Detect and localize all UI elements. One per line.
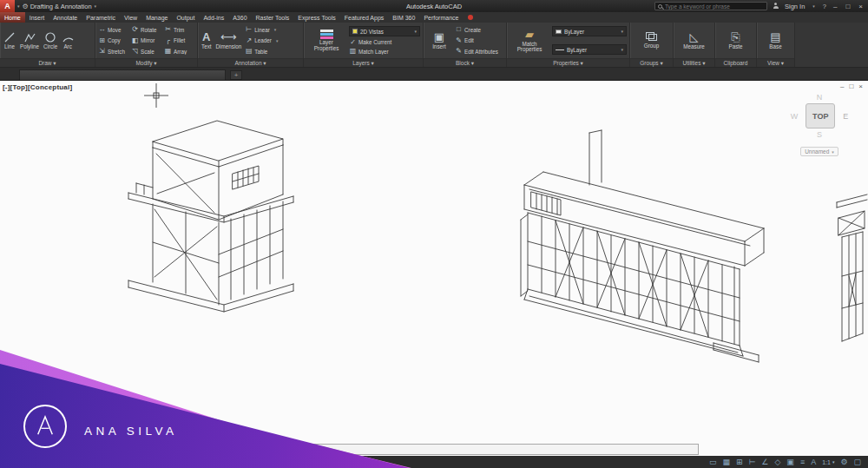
autocad-app-icon[interactable]: A — [0, 0, 15, 12]
osnap-icon[interactable]: ▣ — [786, 458, 794, 466]
viewport-close-button[interactable]: × — [858, 82, 863, 90]
help-icon[interactable]: ? — [823, 3, 826, 10]
linear-button[interactable]: ⊢Linear▾ — [245, 26, 300, 33]
stretch-button[interactable]: ⇲Stretch — [98, 48, 128, 55]
ortho-icon[interactable]: ⊢ — [749, 458, 756, 466]
annotation-visibility-icon[interactable]: A — [811, 458, 816, 466]
panel-draw-label[interactable]: Draw ▾ — [0, 58, 95, 67]
panel-view-label[interactable]: View ▾ — [757, 58, 794, 67]
model-space-icon[interactable]: ▭ — [709, 458, 717, 466]
tab-bim360[interactable]: BIM 360 — [388, 12, 419, 23]
fillet-button[interactable]: ╭Fillet — [164, 37, 194, 44]
workspace-switch-gear-icon[interactable]: ⚙ — [840, 458, 847, 466]
polyline-button[interactable]: Polyline — [19, 24, 40, 56]
grid-icon[interactable]: ▦ — [722, 458, 730, 466]
tab-a360[interactable]: A360 — [228, 12, 251, 23]
line-button[interactable]: Line — [3, 24, 16, 56]
viewport-minimize-button[interactable]: – — [840, 82, 844, 90]
panel-properties-label[interactable]: Properties ▾ — [507, 58, 629, 67]
named-views-dropdown[interactable]: Unnamed ▾ — [800, 147, 838, 156]
panel-clipboard-label[interactable]: Clipboard — [715, 58, 756, 67]
viewcube-top-face[interactable]: TOP — [806, 103, 835, 129]
tab-annotate[interactable]: Annotate — [49, 12, 82, 23]
paste-button[interactable]: ⎘ Paste — [718, 24, 753, 56]
base-view-button[interactable]: ▤ Base — [760, 24, 792, 56]
panel-block: ▣ Insert □Create ✎Edit ✎Edit Attributes … — [424, 23, 507, 67]
copy-button[interactable]: ⊞Copy — [98, 37, 128, 44]
linetype-dropdown[interactable]: ByLayer ▾ — [552, 44, 627, 55]
drawing-tab[interactable] — [19, 69, 226, 80]
panel-modify-label[interactable]: Modify ▾ — [95, 58, 197, 67]
tab-add-ins[interactable]: Add-ins — [199, 12, 228, 23]
measure-button[interactable]: ◺ Measure — [676, 24, 712, 56]
panel-layers-label[interactable]: Layers ▾ — [304, 58, 423, 67]
clean-screen-icon[interactable]: ▢ — [853, 458, 861, 466]
viewport-controls-label[interactable]: [-][Top][Conceptual] — [3, 83, 72, 91]
match-layer-button[interactable]: ▥Match Layer — [349, 48, 420, 55]
leader-arrow-icon[interactable]: ▾ — [276, 38, 279, 43]
tab-output[interactable]: Output — [172, 12, 199, 23]
restore-button[interactable]: □ — [844, 3, 852, 10]
move-button[interactable]: ↔Move — [98, 26, 128, 33]
tab-parametric[interactable]: Parametric — [82, 12, 120, 23]
viewcube-south[interactable]: S — [817, 130, 822, 139]
isodraft-icon[interactable]: ◇ — [774, 458, 780, 466]
minimize-button[interactable]: – — [832, 3, 838, 10]
tab-performance[interactable]: Performance — [419, 12, 463, 23]
search-input[interactable] — [665, 3, 760, 10]
table-button[interactable]: ▤Table — [245, 48, 300, 55]
array-button[interactable]: ▦Array — [164, 48, 194, 55]
leader-icon: ↗ — [245, 37, 253, 44]
group-button[interactable]: Group — [633, 24, 670, 56]
tab-raster-tools[interactable]: Raster Tools — [252, 12, 294, 23]
rotate-button[interactable]: ⟳Rotate — [131, 26, 161, 33]
tab-featured-apps[interactable]: Featured Apps — [340, 12, 389, 23]
ribbon-filler — [795, 23, 868, 67]
annotation-scale-control[interactable]: 1:1▾ — [822, 459, 834, 465]
tab-manage[interactable]: Manage — [141, 12, 172, 23]
create-block-button[interactable]: □Create — [455, 26, 503, 33]
lineweight-icon[interactable]: ≡ — [800, 458, 805, 466]
panel-groups-label[interactable]: Groups ▾ — [630, 58, 673, 67]
workspace-dropdown-arrow-icon[interactable]: ▾ — [95, 3, 97, 9]
make-current-button[interactable]: ✓Make Current — [349, 39, 420, 46]
command-line[interactable] — [311, 444, 699, 455]
tab-home[interactable]: Home — [0, 12, 25, 23]
workspace-switcher[interactable]: Drafting & Annotation — [30, 3, 92, 10]
close-button[interactable]: × — [857, 3, 865, 10]
quick-access-arrow-icon[interactable]: ▾ — [17, 3, 20, 9]
dimension-button[interactable]: ⟷ Dimension — [215, 24, 243, 56]
viewcube[interactable]: N W TOP E S Unnamed ▾ — [783, 93, 856, 156]
arc-button[interactable]: Arc — [61, 24, 75, 56]
polar-tracking-icon[interactable]: ∠ — [761, 458, 768, 466]
linear-arrow-icon[interactable]: ▾ — [274, 27, 277, 32]
sign-in-button[interactable]: Sign In — [785, 3, 805, 10]
mirror-button[interactable]: ◧Mirror — [131, 37, 161, 44]
circle-button[interactable]: Circle — [43, 24, 58, 56]
tab-view[interactable]: View — [120, 12, 141, 23]
scale-button[interactable]: ◹Scale — [131, 48, 161, 55]
sign-in-arrow-icon[interactable]: ▾ — [812, 3, 815, 9]
viewport-restore-button[interactable]: □ — [849, 82, 853, 90]
leader-button[interactable]: ↗Leader▾ — [245, 37, 300, 44]
panel-annotation-label[interactable]: Annotation ▾ — [198, 58, 303, 67]
viewcube-east[interactable]: E — [843, 112, 848, 121]
panel-utilities-label[interactable]: Utilities ▾ — [674, 58, 714, 67]
layer-properties-button[interactable]: Layer Properties — [306, 24, 346, 56]
layer-state-dropdown[interactable]: 2D Vistas ▾ — [349, 26, 420, 36]
panel-block-label[interactable]: Block ▾ — [424, 58, 506, 67]
insert-button[interactable]: ▣ Insert — [426, 24, 452, 56]
tab-insert[interactable]: Insert — [25, 12, 49, 23]
trim-button[interactable]: ✂Trim — [164, 26, 194, 33]
drawing-canvas[interactable]: [-][Top][Conceptual] – □ × N W TOP E S U… — [0, 81, 868, 456]
viewcube-north[interactable]: N — [817, 93, 823, 102]
object-color-dropdown[interactable]: ByLayer ▾ — [552, 26, 627, 36]
match-properties-button[interactable]: ▰ Match Properties — [510, 24, 549, 56]
text-button[interactable]: A Text — [201, 24, 213, 56]
edit-block-button[interactable]: ✎Edit — [455, 37, 503, 44]
tab-express-tools[interactable]: Express Tools — [293, 12, 339, 23]
viewcube-west[interactable]: W — [791, 112, 799, 121]
snap-icon[interactable]: ⊞ — [736, 458, 743, 466]
edit-attributes-button[interactable]: ✎Edit Attributes — [455, 48, 503, 55]
new-drawing-tab-button[interactable]: + — [230, 70, 242, 80]
